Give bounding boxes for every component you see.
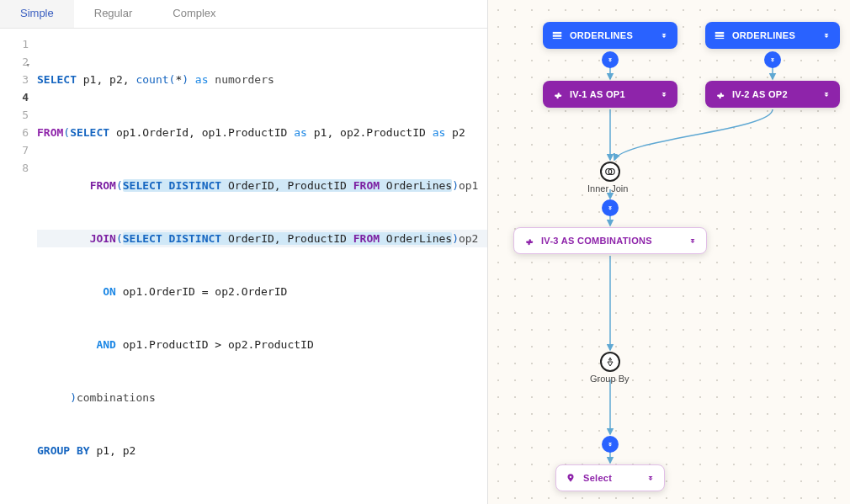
- svg-rect-9: [553, 38, 562, 39]
- chevron-down-icon[interactable]: [821, 89, 831, 99]
- puzzle-icon: [714, 88, 725, 100]
- tab-complex[interactable]: Complex: [152, 0, 236, 28]
- node-label: IV-1 AS OP1: [570, 89, 625, 99]
- node-label: ORDERLINES: [570, 30, 633, 40]
- tab-regular[interactable]: Regular: [74, 0, 153, 28]
- code-editor[interactable]: 1 2▾ 3 4 5 6 7 8 SELECT p1, p2, count(*)…: [0, 29, 487, 504]
- table-icon: [551, 29, 563, 41]
- connector-icon: [602, 436, 619, 453]
- tab-simple[interactable]: Simple: [0, 0, 74, 28]
- svg-rect-12: [715, 38, 725, 39]
- chevron-down-icon[interactable]: [688, 236, 698, 246]
- diagram-panel[interactable]: ORDERLINES ORDERLINES IV-1 AS OP1 IV-2 A…: [488, 0, 850, 504]
- node-label: Group By: [590, 374, 629, 384]
- node-label: Inner Join: [587, 183, 628, 194]
- puzzle-icon: [523, 235, 534, 247]
- chevron-down-icon[interactable]: [645, 473, 656, 483]
- table-icon: [714, 29, 725, 41]
- svg-rect-10: [715, 32, 725, 34]
- node-group-by[interactable]: [600, 352, 620, 372]
- node-label: Select: [583, 473, 612, 483]
- svg-rect-8: [553, 34, 562, 36]
- node-label: IV-3 AS COMBINATIONS: [541, 236, 652, 246]
- select-icon: [565, 472, 576, 484]
- connector-icon: [764, 51, 781, 68]
- node-inner-join[interactable]: [600, 162, 620, 182]
- code-panel: Simple Regular Complex 1 2▾ 3 4 5 6 7 8 …: [0, 0, 488, 504]
- group-icon: [605, 357, 615, 367]
- chevron-down-icon[interactable]: [659, 89, 669, 99]
- node-orderlines-1[interactable]: ORDERLINES: [543, 22, 677, 49]
- chevron-down-icon[interactable]: [659, 30, 669, 40]
- node-label: IV-2 AS OP2: [732, 89, 788, 99]
- node-iv1[interactable]: IV-1 AS OP1: [543, 81, 677, 108]
- node-iv3[interactable]: IV-3 AS COMBINATIONS: [513, 227, 707, 254]
- node-select[interactable]: Select: [555, 464, 665, 491]
- node-label: ORDERLINES: [732, 30, 795, 40]
- svg-rect-11: [715, 34, 725, 36]
- tabs: Simple Regular Complex: [0, 0, 487, 29]
- node-orderlines-2[interactable]: ORDERLINES: [705, 22, 840, 49]
- svg-rect-7: [553, 32, 562, 34]
- svg-point-15: [570, 476, 571, 478]
- connector-icon: [602, 51, 619, 68]
- join-icon: [604, 166, 616, 178]
- chevron-down-icon[interactable]: [821, 30, 831, 40]
- puzzle-icon: [551, 88, 563, 100]
- connector-icon: [602, 199, 619, 216]
- line-gutter: 1 2▾ 3 4 5 6 7 8: [0, 35, 37, 504]
- node-iv2[interactable]: IV-2 AS OP2: [705, 81, 840, 108]
- code-lines[interactable]: SELECT p1, p2, count(*) as numorders FRO…: [37, 35, 487, 504]
